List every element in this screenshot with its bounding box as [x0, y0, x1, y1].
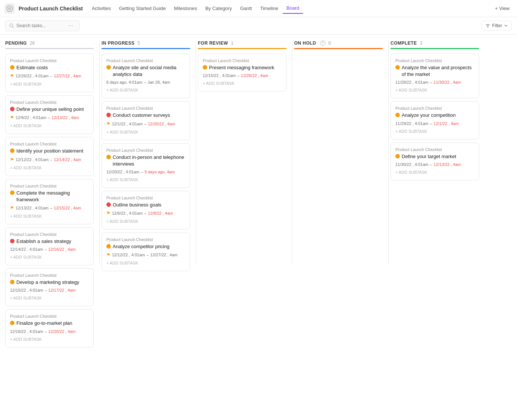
task-card[interactable]: Product Launch Checklist Define your tar…: [391, 142, 479, 180]
flag-icon: ⚑: [10, 115, 14, 120]
status-dot: [395, 154, 400, 158]
column-count-pending: 26: [30, 41, 35, 46]
date-start: 12/1/22 , 4:01am: [112, 122, 143, 126]
card-title-text: Analyze your competition: [402, 112, 456, 119]
tab-getting-started[interactable]: Getting Started Guide: [115, 3, 170, 13]
card-title-text: Estimate costs: [16, 64, 48, 71]
card-project: Product Launch Checklist: [106, 58, 185, 63]
date-start: 12/12/22 , 4:01am: [16, 157, 49, 162]
task-card[interactable]: Product Launch Checklist Analyze your co…: [391, 101, 479, 139]
card-dates: ⚑ 12/1/22 , 4:01am – 12/20/22 , 4am: [106, 121, 185, 126]
task-card[interactable]: Product Launch Checklist Present messagi…: [198, 54, 286, 92]
task-card[interactable]: Product Launch Checklist Develop a marke…: [5, 268, 94, 306]
card-title: Conduct customer surveys: [106, 112, 185, 119]
date-start: 12/12/22 , 4:01am: [112, 253, 145, 257]
card-dates: ⚑ 12/26/22 , 4:01am – 12/27/22 , 4am: [10, 73, 89, 78]
card-project: Product Launch Checklist: [395, 106, 474, 110]
column-divider: [292, 41, 292, 264]
add-subtask-button[interactable]: + ADD SUBTASK: [395, 128, 474, 135]
card-project: Product Launch Checklist: [203, 58, 282, 63]
project-title: Product Launch Checklist: [19, 6, 83, 12]
filter-chevron-icon: [504, 24, 508, 28]
status-dot: [10, 239, 15, 243]
date-start: 11/28/22 , 4:01am: [395, 80, 428, 84]
task-card[interactable]: Product Launch Checklist Conduct custome…: [102, 101, 190, 140]
gantt-tab-label: Gantt: [240, 6, 252, 11]
add-subtask-button[interactable]: + ADD SUBTASK: [10, 81, 89, 87]
card-dates: ⚑ 12/12/22 , 4:01am – 12/14/22 , 4am: [10, 157, 89, 162]
tab-by-category[interactable]: By Category: [202, 3, 236, 13]
card-project: Product Launch Checklist: [10, 314, 89, 318]
card-title: Analyze the value and prospects of the m…: [395, 64, 474, 78]
card-project: Product Launch Checklist: [10, 273, 89, 278]
task-card[interactable]: Product Launch Checklist Establish a sal…: [5, 227, 94, 265]
svg-line-3: [13, 26, 14, 28]
task-card[interactable]: Product Launch Checklist Estimate costs …: [5, 54, 94, 92]
add-subtask-button[interactable]: + ADD SUBTASK: [106, 129, 185, 135]
flag-icon: ⚑: [10, 73, 14, 78]
onhold-help-icon[interactable]: ?: [320, 41, 325, 46]
card-project: Product Launch Checklist: [106, 196, 185, 200]
column-title-pending: PENDING: [5, 41, 27, 46]
add-subtask-button[interactable]: + ADD SUBTASK: [10, 336, 89, 343]
add-subtask-button[interactable]: + ADD SUBTASK: [395, 169, 474, 176]
date-end: 12/16/22 , 4am: [48, 247, 76, 251]
add-subtask-button[interactable]: + ADD SUBTASK: [106, 87, 185, 93]
card-project: Product Launch Checklist: [10, 184, 89, 188]
add-subtask-button[interactable]: + ADD SUBTASK: [106, 176, 185, 183]
flag-icon: ⚑: [106, 121, 110, 126]
date-start: 12/15/22 , 4:01am: [10, 288, 43, 292]
tab-gantt[interactable]: Gantt: [236, 3, 256, 13]
card-title: Develop a marketing strategy: [10, 279, 89, 286]
status-dot: [10, 280, 15, 284]
card-project: Product Launch Checklist: [10, 58, 89, 63]
card-dates: 11/29/22 , 4:01am – 12/1/22 , 4am: [395, 121, 474, 126]
status-dot: [106, 155, 111, 159]
tab-board[interactable]: Board: [283, 3, 303, 14]
column-title-complete: COMPLETE: [391, 41, 417, 46]
task-card[interactable]: Product Launch Checklist Analyze site an…: [102, 54, 190, 98]
task-card[interactable]: Product Launch Checklist Complete the me…: [5, 179, 94, 224]
card-title: Present messaging framework: [203, 64, 282, 71]
column-count-forreview: 1: [231, 41, 234, 46]
add-subtask-button[interactable]: + ADD SUBTASK: [10, 213, 89, 219]
search-input[interactable]: [16, 23, 65, 28]
add-subtask-button[interactable]: + ADD SUBTASK: [106, 260, 185, 266]
add-subtask-button[interactable]: + ADD SUBTASK: [395, 87, 474, 93]
column-count-onhold: 0: [328, 41, 331, 46]
task-card[interactable]: Product Launch Checklist Identify your p…: [5, 137, 94, 176]
date-end: 12/1/22 , 4am: [434, 121, 459, 126]
tab-timeline[interactable]: Timeline: [256, 3, 282, 13]
add-subtask-button[interactable]: + ADD SUBTASK: [10, 164, 89, 171]
add-subtask-button[interactable]: + ADD SUBTASK: [10, 295, 89, 301]
task-card[interactable]: Product Launch Checklist Conduct in-pers…: [102, 143, 190, 188]
card-title: Define your unique selling point: [10, 106, 89, 113]
add-subtask-button[interactable]: + ADD SUBTASK: [10, 122, 89, 129]
task-card[interactable]: Product Launch Checklist Analyze the val…: [391, 54, 479, 98]
card-title: Complete the messaging framework: [10, 190, 89, 203]
card-project: Product Launch Checklist: [10, 100, 89, 105]
add-subtask-button[interactable]: + ADD SUBTASK: [203, 80, 282, 87]
column-header-inprogress: IN PROGRESS5: [102, 41, 190, 49]
more-options-button[interactable]: ···: [68, 22, 73, 29]
board-tab-label: Board: [286, 5, 299, 11]
task-card[interactable]: Product Launch Checklist Outline busines…: [102, 191, 190, 230]
task-card[interactable]: Product Launch Checklist Finalize go-to-…: [5, 309, 94, 347]
search-box[interactable]: ···: [5, 20, 80, 31]
getting-started-tab-label: Getting Started Guide: [119, 6, 166, 11]
column-divider: [196, 41, 196, 264]
tab-activities[interactable]: Activities: [88, 3, 115, 13]
card-title: Analyze competitor pricing: [106, 243, 185, 250]
add-view-button[interactable]: + View: [492, 4, 513, 13]
task-card[interactable]: Product Launch Checklist Analyze competi…: [102, 233, 190, 271]
tab-milestones[interactable]: Milestones: [170, 3, 201, 13]
add-subtask-button[interactable]: + ADD SUBTASK: [106, 218, 185, 225]
filter-button[interactable]: Filter: [481, 21, 512, 31]
by-category-tab-label: By Category: [205, 6, 232, 11]
card-dates: ⚑ 12/6/22 , 4:01am – 12/8/22 , 4am: [106, 211, 185, 216]
card-title: Identify your position statement: [10, 148, 89, 154]
add-subtask-button[interactable]: + ADD SUBTASK: [10, 254, 89, 260]
card-dates: 12/16/22 , 4:01am – 12/20/22 , 4am: [10, 329, 89, 334]
card-title-text: Analyze competitor pricing: [113, 243, 169, 250]
task-card[interactable]: Product Launch Checklist Define your uni…: [5, 95, 94, 134]
